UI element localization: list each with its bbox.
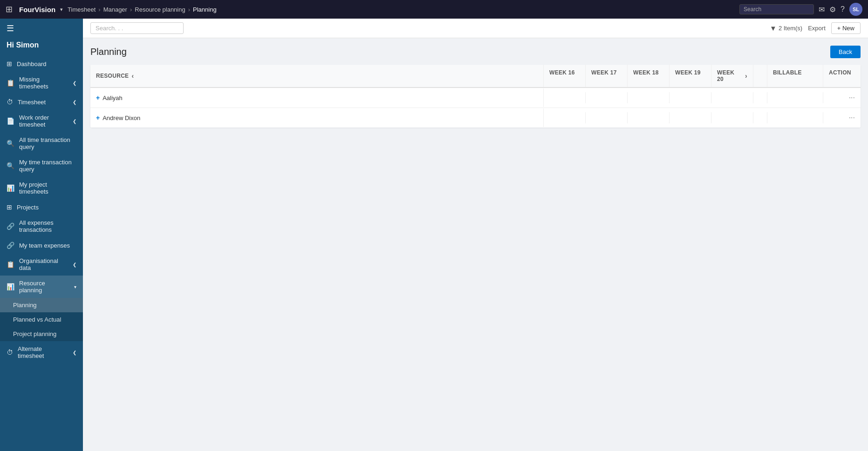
expand-row-1-button[interactable]: + — [96, 94, 100, 101]
main-layout: ☰ Hi Simon ⊞ Dashboard 📋 Missing timeshe… — [0, 19, 868, 451]
sidebar-label-timesheet: Timesheet — [18, 99, 68, 106]
new-button[interactable]: + New — [831, 22, 861, 34]
td-week17-1 — [586, 92, 628, 103]
all-time-trans-icon: 🔍 — [7, 140, 14, 147]
sidebar-item-projects[interactable]: ⊞ Projects — [0, 199, 83, 215]
prev-week-arrow[interactable]: ‹ — [131, 72, 134, 80]
settings-icon[interactable]: ⚙ — [829, 5, 836, 14]
sidebar-sub-item-project-planning[interactable]: Project planning — [0, 327, 83, 341]
sidebar-sub-item-planned-vs-actual[interactable]: Planned vs Actual — [0, 312, 83, 327]
missing-timesheets-chevron-icon: ❮ — [73, 81, 76, 86]
table-header: RESOURCE ‹ WEEK 16 WEEK 17 WEEK 18 WEEK … — [90, 65, 861, 88]
sidebar-item-resource-planning[interactable]: 📊 Resource planning ▾ — [0, 276, 83, 298]
global-search-input[interactable] — [739, 4, 814, 14]
th-week18: WEEK 18 — [628, 65, 670, 87]
sidebar-label-my-project-ts: My project timesheets — [19, 181, 76, 195]
sidebar-label-my-team-expenses: My team expenses — [19, 242, 76, 249]
sidebar-label-resource-planning: Resource planning — [19, 280, 69, 294]
sidebar-label-my-time-trans: My time transaction query — [19, 159, 76, 173]
td-resource-name-1: + Aaliyah — [90, 88, 544, 107]
page-title: Planning — [90, 47, 127, 57]
resource-planning-chevron-icon: ▾ — [74, 284, 76, 289]
td-week16-1 — [544, 92, 586, 103]
toolbar-search-input[interactable] — [90, 22, 184, 34]
breadcrumb-planning: Planning — [193, 6, 217, 13]
export-button[interactable]: Export — [808, 25, 826, 32]
sidebar-label-missing-timesheets: Missing timesheets — [19, 76, 68, 90]
grid-icon[interactable]: ⊞ — [6, 4, 13, 14]
td-resource-name-2: + Andrew Dixon — [90, 108, 544, 127]
work-order-icon: 📄 — [7, 117, 14, 125]
alternate-ts-chevron-icon: ❮ — [73, 350, 76, 355]
td-week20-1 — [711, 92, 753, 103]
sidebar-item-my-team-expenses[interactable]: 🔗 My team expenses — [0, 237, 83, 253]
sidebar-item-all-expenses[interactable]: 🔗 All expenses transactions — [0, 215, 83, 237]
org-data-icon: 📋 — [7, 261, 14, 268]
app-logo: FourVision — [19, 6, 55, 13]
filter-icon: ▼ — [770, 24, 777, 32]
toolbar: ▼ 2 Item(s) Export + New — [83, 19, 868, 38]
all-expenses-icon: 🔗 — [7, 222, 14, 230]
th-week19: WEEK 19 — [670, 65, 711, 87]
sidebar-label-all-expenses: All expenses transactions — [19, 219, 76, 233]
sidebar-label-all-time-trans: All time transaction query — [19, 136, 76, 150]
th-billable: BILLABLE — [767, 65, 823, 87]
dashboard-icon: ⊞ — [7, 60, 12, 67]
sidebar-item-my-project-timesheets[interactable]: 📊 My project timesheets — [0, 177, 83, 199]
td-week20-2 — [711, 112, 753, 123]
table-row: + Aaliyah ··· — [90, 88, 861, 108]
message-icon[interactable]: ✉ — [819, 5, 825, 14]
sidebar-item-timesheet[interactable]: ⏱ Timesheet ❮ — [0, 94, 83, 110]
td-action-2[interactable]: ··· — [823, 108, 861, 128]
sidebar-item-organisational-data[interactable]: 📋 Organisational data ❮ — [0, 253, 83, 276]
breadcrumb-manager[interactable]: Manager — [103, 6, 127, 13]
td-week18-2 — [628, 112, 670, 123]
my-project-ts-icon: 📊 — [7, 184, 14, 192]
td-week19-1 — [670, 92, 711, 103]
sidebar-item-all-time-transaction[interactable]: 🔍 All time transaction query — [0, 132, 83, 155]
toolbar-right: ▼ 2 Item(s) Export + New — [770, 22, 861, 34]
items-count: 2 Item(s) — [779, 25, 802, 32]
my-time-trans-icon: 🔍 — [7, 162, 14, 169]
planning-table: RESOURCE ‹ WEEK 16 WEEK 17 WEEK 18 WEEK … — [90, 65, 861, 128]
filter-button[interactable]: ▼ 2 Item(s) — [770, 24, 802, 32]
td-action-1[interactable]: ··· — [823, 88, 861, 108]
th-spacer — [753, 65, 767, 87]
hamburger-icon[interactable]: ☰ — [0, 19, 83, 38]
td-spacer-1 — [753, 92, 767, 103]
sidebar-item-alternate-timesheet[interactable]: ⏱ Alternate timesheet ❮ — [0, 341, 83, 363]
sidebar-item-missing-timesheets[interactable]: 📋 Missing timesheets ❮ — [0, 72, 83, 94]
sidebar-label-projects: Projects — [17, 204, 76, 211]
td-week19-2 — [670, 112, 711, 123]
sidebar-label-alternate-ts: Alternate timesheet — [18, 345, 68, 359]
th-week16: WEEK 16 — [544, 65, 586, 87]
logo-chevron-icon[interactable]: ▾ — [60, 7, 63, 13]
org-data-chevron-icon: ❮ — [73, 262, 76, 267]
sidebar-item-my-time-transaction[interactable]: 🔍 My time transaction query — [0, 155, 83, 177]
td-week16-2 — [544, 112, 586, 123]
next-week-arrow[interactable]: › — [745, 72, 747, 80]
timesheet-chevron-icon: ❮ — [73, 100, 76, 105]
help-icon[interactable]: ? — [841, 5, 845, 13]
td-billable-1 — [767, 92, 823, 103]
resource-name-2: Andrew Dixon — [103, 114, 140, 121]
breadcrumb-resource-planning[interactable]: Resource planning — [135, 6, 185, 13]
sidebar-item-work-order-timesheet[interactable]: 📄 Work order timesheet ❮ — [0, 110, 83, 132]
work-order-chevron-icon: ❮ — [73, 119, 76, 124]
breadcrumb-timesheet[interactable]: Timesheet — [68, 6, 96, 13]
back-button[interactable]: Back — [830, 46, 861, 58]
sidebar-label-org-data: Organisational data — [19, 257, 68, 271]
sidebar-sub-item-planning[interactable]: Planning — [0, 298, 83, 312]
sidebar-item-dashboard[interactable]: ⊞ Dashboard — [0, 56, 83, 72]
td-week18-1 — [628, 92, 670, 103]
top-nav-right: ✉ ⚙ ? SL — [739, 3, 862, 16]
th-week17: WEEK 17 — [586, 65, 628, 87]
avatar[interactable]: SL — [849, 3, 862, 16]
th-action: ACTION — [823, 65, 861, 87]
resource-planning-icon: 📊 — [7, 283, 14, 290]
sidebar-label-work-order: Work order timesheet — [19, 114, 68, 128]
top-nav: ⊞ FourVision ▾ Timesheet › Manager › Res… — [0, 0, 868, 19]
breadcrumb: Timesheet › Manager › Resource planning … — [68, 6, 735, 13]
expand-row-2-button[interactable]: + — [96, 114, 100, 121]
th-resource: RESOURCE ‹ — [90, 65, 544, 87]
